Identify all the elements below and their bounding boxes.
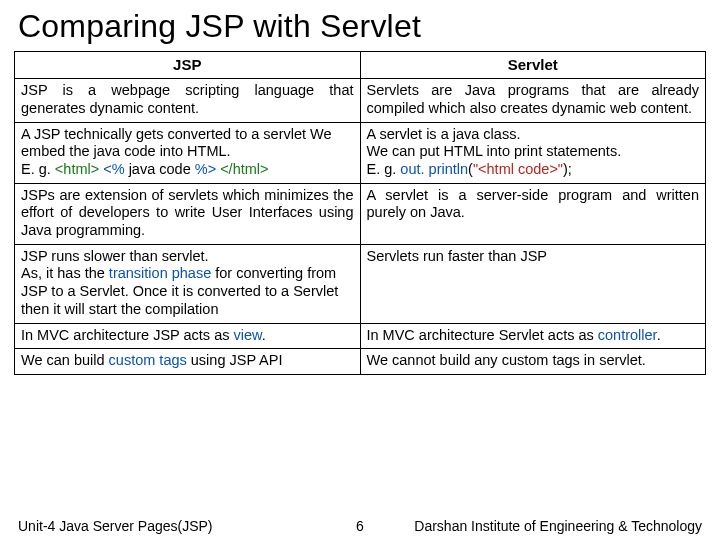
cell-jsp: JSPs are extension of servlets which min… bbox=[15, 183, 361, 244]
comparison-table: JSP Servlet JSP is a webpage scripting l… bbox=[14, 51, 706, 375]
cell-jsp: JSP runs slower than servlet.As, it has … bbox=[15, 244, 361, 323]
slide-number: 6 bbox=[356, 518, 364, 534]
cell-line: A servlet is a java class. bbox=[367, 126, 700, 144]
cell-line: E. g. out. println("<html code>"); bbox=[367, 161, 700, 179]
cell-line: We cannot build any custom tags in servl… bbox=[367, 352, 700, 370]
slide-title: Comparing JSP with Servlet bbox=[0, 0, 720, 51]
table-row: JSPs are extension of servlets which min… bbox=[15, 183, 706, 244]
table-header-row: JSP Servlet bbox=[15, 52, 706, 79]
comparison-table-wrap: JSP Servlet JSP is a webpage scripting l… bbox=[0, 51, 720, 375]
cell-servlet: Servlets are Java programs that are alre… bbox=[360, 79, 706, 122]
cell-line: JSP is a webpage scripting language that… bbox=[21, 82, 354, 117]
cell-line: In MVC architecture JSP acts as view. bbox=[21, 327, 354, 345]
cell-servlet: In MVC architecture Servlet acts as cont… bbox=[360, 323, 706, 349]
table-body: JSP is a webpage scripting language that… bbox=[15, 79, 706, 375]
table-row: In MVC architecture JSP acts as view.In … bbox=[15, 323, 706, 349]
cell-line: We can put HTML into print statements. bbox=[367, 143, 700, 161]
cell-jsp: In MVC architecture JSP acts as view. bbox=[15, 323, 361, 349]
footer-unit: Unit-4 Java Server Pages(JSP) bbox=[18, 518, 213, 534]
header-jsp: JSP bbox=[15, 52, 361, 79]
header-servlet: Servlet bbox=[360, 52, 706, 79]
footer-institute: Darshan Institute of Engineering & Techn… bbox=[414, 518, 702, 534]
table-row: JSP is a webpage scripting language that… bbox=[15, 79, 706, 122]
cell-line: JSPs are extension of servlets which min… bbox=[21, 187, 354, 240]
cell-line: JSP runs slower than servlet. bbox=[21, 248, 354, 266]
cell-line: A servlet is a server-side program and w… bbox=[367, 187, 700, 222]
cell-line: We can build custom tags using JSP API bbox=[21, 352, 354, 370]
cell-jsp: A JSP technically gets converted to a se… bbox=[15, 122, 361, 183]
table-row: We can build custom tags using JSP APIWe… bbox=[15, 349, 706, 375]
cell-line: As, it has the transition phase for conv… bbox=[21, 265, 354, 318]
cell-servlet: A servlet is a server-side program and w… bbox=[360, 183, 706, 244]
cell-line: E. g. <html> <% java code %> </html> bbox=[21, 161, 354, 179]
table-row: JSP runs slower than servlet.As, it has … bbox=[15, 244, 706, 323]
cell-servlet: Servlets run faster than JSP bbox=[360, 244, 706, 323]
cell-servlet: A servlet is a java class.We can put HTM… bbox=[360, 122, 706, 183]
cell-line: In MVC architecture Servlet acts as cont… bbox=[367, 327, 700, 345]
cell-jsp: JSP is a webpage scripting language that… bbox=[15, 79, 361, 122]
cell-line: Servlets run faster than JSP bbox=[367, 248, 700, 266]
cell-jsp: We can build custom tags using JSP API bbox=[15, 349, 361, 375]
cell-servlet: We cannot build any custom tags in servl… bbox=[360, 349, 706, 375]
cell-line: Servlets are Java programs that are alre… bbox=[367, 82, 700, 117]
footer: Unit-4 Java Server Pages(JSP) 6 Darshan … bbox=[0, 518, 720, 534]
table-row: A JSP technically gets converted to a se… bbox=[15, 122, 706, 183]
cell-line: A JSP technically gets converted to a se… bbox=[21, 126, 354, 161]
